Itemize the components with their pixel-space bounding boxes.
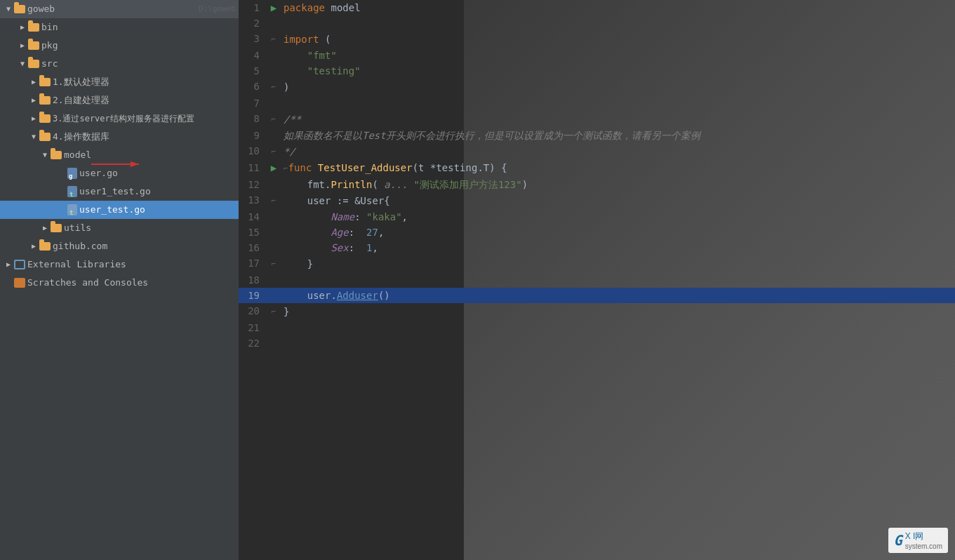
line-number: 22 [239, 335, 267, 351]
sidebar-item-utils[interactable]: ▶ utils [0, 219, 239, 237]
code-editor[interactable]: 1 ▶ package model 2 3 ⌐ import ( [239, 0, 955, 560]
code-line-1: 1 ▶ package model [239, 0, 955, 15]
code-line-17: 17 ⌐ } [239, 255, 955, 272]
sidebar-item-handler2[interactable]: ▶ 2.自建处理器 [0, 91, 239, 109]
code-content [281, 272, 955, 288]
gutter-icon [267, 128, 281, 143]
sidebar-item-github[interactable]: ▶ github.com [0, 237, 239, 255]
code-content: "fmt" [281, 48, 955, 63]
sidebar-item-handler1[interactable]: ▶ 1.默认处理器 [0, 73, 239, 91]
gutter-icon [267, 272, 281, 288]
code-content: /** [281, 111, 955, 128]
sidebar-item-pkg[interactable]: ▶ pkg [0, 36, 239, 55]
line-number: 6 [239, 79, 267, 95]
line-number: 2 [239, 15, 267, 31]
sidebar-label-user1-test: user1_test.go [79, 184, 236, 199]
folder-icon-src [28, 60, 39, 68]
code-content: import ( [281, 31, 955, 48]
line-number: 18 [239, 272, 267, 288]
code-line-5: 5 "testing" [239, 63, 955, 79]
code-content: fmt.Println( a... "测试添加用户方法123") [281, 177, 955, 192]
line-number: 20 [239, 303, 267, 320]
editor-content[interactable]: 1 ▶ package model 2 3 ⌐ import ( [239, 0, 955, 560]
code-line-3: 3 ⌐ import ( [239, 31, 955, 48]
folder-icon-goweb [14, 5, 25, 13]
sidebar-item-bin[interactable]: ▶ bin [0, 18, 239, 36]
go-file-icon-user [67, 168, 77, 179]
line-number: 15 [239, 225, 267, 240]
line-number: 5 [239, 63, 267, 79]
line-number: 17 [239, 255, 267, 272]
gutter-icon: ⌐ [267, 255, 281, 272]
gutter-icon: ⌐ [267, 303, 281, 320]
arrow-pkg: ▶ [17, 38, 28, 53]
arrow-handler4: ▼ [28, 129, 39, 145]
sidebar-item-external-libs[interactable]: ▶ External Libraries [0, 255, 239, 274]
folder-icon-handler3 [39, 114, 51, 123]
line-number: 14 [239, 209, 267, 225]
line-number: 10 [239, 143, 267, 160]
gutter-icon: ⌐ [267, 79, 281, 95]
code-table: 1 ▶ package model 2 3 ⌐ import ( [239, 0, 955, 351]
line-number: 1 [239, 0, 267, 15]
sidebar-label-handler2: 2.自建处理器 [53, 93, 236, 108]
sidebar-item-src[interactable]: ▼ src [0, 55, 239, 73]
code-line-19: 19 user.Adduser() [239, 288, 955, 303]
gutter-icon [267, 63, 281, 79]
code-content: user.Adduser() [281, 288, 955, 303]
code-line-11: 11 ▶ ⌐func TestUser_Adduser(t *testing.T… [239, 160, 955, 177]
line-number: 4 [239, 48, 267, 63]
sidebar-item-handler4[interactable]: ▼ 4.操作数据库 [0, 128, 239, 146]
gutter-icon: ▶ [267, 0, 281, 15]
sidebar-item-goweb[interactable]: ▼ goweb D:\goweb [0, 0, 239, 18]
watermark-site: X I网 [905, 531, 942, 542]
sidebar-label-bin: bin [41, 20, 236, 35]
folder-icon-utils [51, 224, 62, 232]
sidebar-path-goweb: D:\goweb [199, 1, 236, 17]
sidebar-label-model: model [64, 147, 236, 163]
gutter-icon: ⌐ [267, 192, 281, 209]
sidebar-item-handler3[interactable]: ▶ 3.通过server结构对服务器进行配置 [0, 109, 239, 128]
sidebar-label-src: src [41, 56, 236, 72]
sidebar-item-scratches[interactable]: Scratches and Consoles [0, 274, 239, 292]
arrow-external-libs: ▶ [3, 257, 14, 272]
project-sidebar[interactable]: ▼ goweb D:\goweb ▶ bin ▶ pkg ▼ src ▶ 1.默… [0, 0, 239, 560]
code-content: "testing" [281, 63, 955, 79]
line-number: 13 [239, 192, 267, 209]
code-line-8: 8 ⌐ /** [239, 111, 955, 128]
code-content: ) [281, 79, 955, 95]
sidebar-item-user-test[interactable]: user_test.go [0, 201, 239, 219]
arrow-bin: ▶ [17, 20, 28, 35]
gutter-icon [267, 209, 281, 225]
sidebar-label-utils: utils [64, 220, 236, 236]
folder-icon-handler2 [39, 96, 51, 105]
folder-icon-github [39, 242, 51, 251]
gutter-icon [267, 95, 281, 111]
go-test-icon-user [67, 204, 77, 215]
sidebar-item-model[interactable]: ▼ model [0, 146, 239, 164]
folder-icon-handler4 [39, 133, 51, 141]
scratches-icon [14, 278, 25, 288]
code-content [281, 320, 955, 335]
code-content: package model [281, 0, 955, 15]
code-line-22: 22 [239, 335, 955, 351]
arrow-utils: ▶ [39, 220, 51, 236]
sidebar-item-user-go[interactable]: user.go [0, 164, 239, 182]
gutter-icon [267, 320, 281, 335]
gutter-icon [267, 177, 281, 192]
code-content [281, 95, 955, 111]
line-number: 3 [239, 31, 267, 48]
line-number: 21 [239, 320, 267, 335]
code-line-21: 21 [239, 320, 955, 335]
code-line-15: 15 Age: 27, [239, 225, 955, 240]
gutter-icon [267, 225, 281, 240]
code-line-7: 7 [239, 95, 955, 111]
code-content [281, 15, 955, 31]
code-content: user := &User{ [281, 192, 955, 209]
line-number: 11 [239, 160, 267, 177]
external-libs-icon [14, 260, 25, 269]
sidebar-item-user1-test[interactable]: user1_test.go [0, 182, 239, 201]
folder-icon-pkg [28, 41, 39, 50]
gutter-icon [267, 15, 281, 31]
sidebar-label-scratches: Scratches and Consoles [27, 275, 236, 291]
